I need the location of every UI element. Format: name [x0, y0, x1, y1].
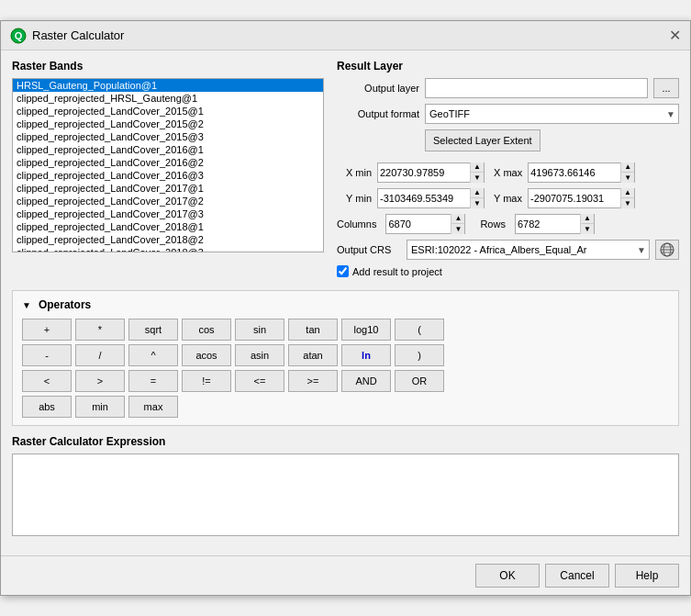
app-logo: Q [10, 28, 27, 44]
ymin-ymax-row: Y min ▲ ▼ Y max ▲ ▼ [337, 188, 679, 208]
operator-row: absminmax [22, 396, 669, 418]
list-item[interactable]: clipped_reprojected_LandCover_2015@1 [13, 105, 323, 118]
operator-button[interactable]: > [75, 370, 125, 392]
xmin-down[interactable]: ▼ [471, 173, 484, 183]
operator-button[interactable]: >= [288, 370, 338, 392]
operator-button[interactable]: / [75, 344, 125, 366]
output-layer-input[interactable] [425, 78, 648, 98]
operators-title: ▼ Operators [22, 298, 669, 311]
selected-layer-extent-button[interactable]: Selected Layer Extent [425, 129, 541, 151]
rows-arrows: ▲ ▼ [580, 214, 594, 234]
output-layer-row: Output layer ... [337, 78, 679, 98]
result-layer-title: Result Layer [337, 60, 679, 73]
rows-down[interactable]: ▼ [581, 224, 594, 234]
rows-input[interactable] [516, 215, 580, 233]
xmax-up[interactable]: ▲ [621, 162, 634, 173]
ymax-down[interactable]: ▼ [621, 198, 634, 208]
raster-bands-panel: Raster Bands HRSL_Gauteng_Population@1cl… [12, 60, 324, 281]
operator-button[interactable]: cos [182, 319, 231, 341]
operator-button[interactable]: + [22, 319, 72, 341]
operator-button[interactable]: ( [395, 319, 444, 341]
cancel-button[interactable]: Cancel [545, 564, 609, 588]
list-item[interactable]: clipped_reprojected_LandCover_2018@3 [13, 246, 323, 252]
operator-button[interactable]: ) [395, 344, 444, 366]
operator-button[interactable]: sin [235, 319, 284, 341]
operator-button[interactable]: acos [182, 344, 231, 366]
result-layer-panel: Result Layer Output layer ... Output for… [337, 60, 679, 281]
columns-up[interactable]: ▲ [451, 214, 464, 224]
expression-textarea[interactable] [12, 454, 679, 536]
xmax-label: X max [494, 167, 522, 178]
operator-button[interactable]: log10 [341, 319, 391, 341]
close-button[interactable]: ✕ [669, 27, 681, 44]
operator-button[interactable]: atan [288, 344, 338, 366]
output-layer-label: Output layer [337, 83, 419, 94]
output-format-select[interactable]: GeoTIFF JPEG PNG [425, 104, 679, 124]
titlebar-left: Q Raster Calculator [10, 28, 124, 44]
operator-button[interactable]: AND [341, 370, 391, 392]
xmin-input[interactable] [378, 163, 470, 182]
ymin-spinbox: ▲ ▼ [377, 188, 485, 208]
operator-button[interactable]: min [75, 396, 125, 418]
operator-button[interactable]: < [22, 370, 72, 392]
ymin-input[interactable] [378, 189, 470, 207]
operator-row: -/^acosasinatanln) [22, 344, 669, 366]
add-result-checkbox[interactable] [337, 265, 349, 277]
add-result-label[interactable]: Add result to project [352, 266, 442, 277]
ymin-up[interactable]: ▲ [471, 188, 484, 198]
list-item[interactable]: clipped_reprojected_LandCover_2016@3 [13, 169, 323, 182]
xmin-up[interactable]: ▲ [471, 162, 484, 173]
raster-bands-title: Raster Bands [12, 60, 324, 73]
rows-up[interactable]: ▲ [581, 214, 594, 224]
ymax-input[interactable] [529, 189, 620, 207]
operator-button[interactable]: <= [235, 370, 284, 392]
crs-select[interactable]: ESRI:102022 - Africa_Albers_Equal_Ar [407, 240, 650, 260]
browse-button[interactable]: ... [653, 78, 679, 98]
columns-input[interactable] [386, 215, 451, 233]
raster-bands-listbox[interactable]: HRSL_Gauteng_Population@1clipped_reproje… [12, 78, 324, 252]
operator-button[interactable]: abs [22, 396, 72, 418]
xmax-input[interactable] [529, 163, 620, 182]
raster-calculator-window: Q Raster Calculator ✕ Raster Bands HRSL_… [0, 20, 691, 596]
operator-button[interactable]: max [128, 396, 178, 418]
ymax-arrows: ▲ ▼ [620, 188, 634, 208]
columns-down[interactable]: ▼ [451, 224, 464, 234]
operator-button[interactable]: asin [235, 344, 284, 366]
xmax-arrows: ▲ ▼ [620, 162, 634, 183]
list-item[interactable]: clipped_reprojected_LandCover_2017@1 [13, 182, 323, 195]
operator-row: <>=!=<=>=ANDOR [22, 370, 669, 392]
columns-label: Columns [337, 218, 376, 230]
xmin-xmax-row: X min ▲ ▼ X max ▲ ▼ [337, 162, 679, 183]
list-item[interactable]: clipped_reprojected_LandCover_2015@2 [13, 118, 323, 130]
ok-button[interactable]: OK [475, 564, 540, 588]
list-item[interactable]: clipped_reprojected_LandCover_2015@3 [13, 130, 323, 143]
xmax-spinbox: ▲ ▼ [528, 162, 635, 183]
xmin-arrows: ▲ ▼ [470, 162, 484, 183]
ymax-up[interactable]: ▲ [621, 188, 634, 198]
svg-text:Q: Q [15, 30, 23, 41]
operator-button[interactable]: sqrt [128, 319, 178, 341]
ymin-down[interactable]: ▼ [471, 198, 484, 208]
list-item[interactable]: clipped_reprojected_LandCover_2017@3 [13, 207, 323, 220]
columns-spinbox: ▲ ▼ [385, 214, 465, 234]
list-item[interactable]: clipped_reprojected_HRSL_Gauteng@1 [13, 92, 323, 105]
list-item[interactable]: clipped_reprojected_LandCover_2018@1 [13, 220, 323, 233]
help-button[interactable]: Help [615, 564, 679, 588]
operator-button[interactable]: - [22, 344, 72, 366]
operator-button[interactable]: != [182, 370, 231, 392]
operator-button[interactable]: ^ [128, 344, 178, 366]
list-item[interactable]: clipped_reprojected_LandCover_2016@2 [13, 156, 323, 169]
list-item[interactable]: clipped_reprojected_LandCover_2018@2 [13, 233, 323, 246]
list-item[interactable]: clipped_reprojected_LandCover_2016@1 [13, 143, 323, 156]
operator-button[interactable]: ln [341, 344, 391, 366]
crs-globe-button[interactable] [655, 240, 679, 260]
operators-section: ▼ Operators +*sqrtcossintanlog10(-/^acos… [12, 290, 679, 426]
operator-button[interactable]: OR [395, 370, 444, 392]
expression-section: Raster Calculator Expression [12, 435, 679, 539]
list-item[interactable]: HRSL_Gauteng_Population@1 [13, 79, 323, 92]
operator-button[interactable]: = [128, 370, 178, 392]
operator-button[interactable]: * [75, 319, 125, 341]
operator-button[interactable]: tan [288, 319, 338, 341]
list-item[interactable]: clipped_reprojected_LandCover_2017@2 [13, 195, 323, 207]
xmax-down[interactable]: ▼ [621, 173, 634, 183]
